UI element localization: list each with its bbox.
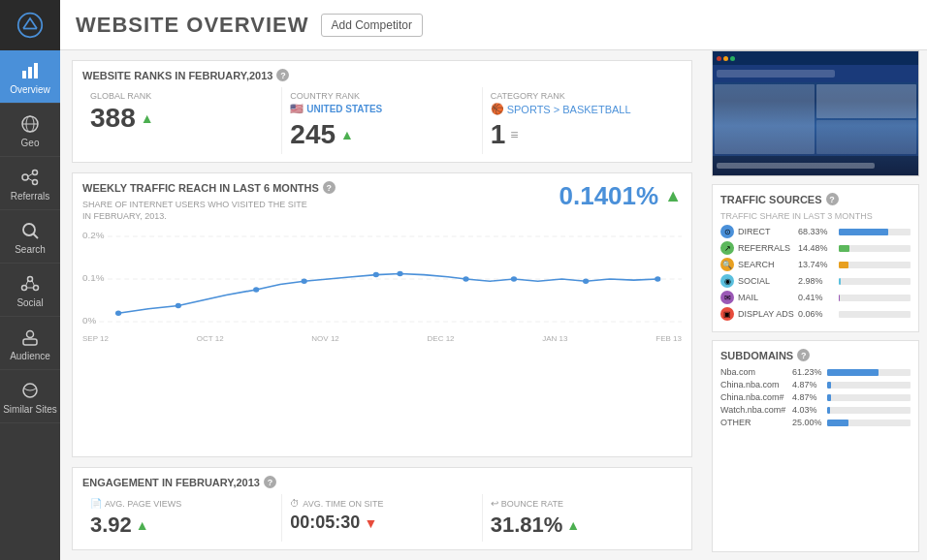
category-rank-value: 1 ≡	[491, 119, 674, 150]
global-rank-value: 388 ▲	[90, 103, 273, 134]
svg-line-11	[28, 173, 33, 176]
global-rank-trend: ▲	[141, 110, 154, 126]
china-bar	[827, 382, 831, 389]
search-icon	[19, 220, 41, 241]
globe-icon	[19, 113, 41, 135]
ranks-grid: GLOBAL RANK 388 ▲ COUNTRY RANK 🇺🇸 UNITED…	[82, 87, 682, 154]
country-rank-trend: ▲	[340, 127, 354, 142]
screenshot-grid	[713, 82, 918, 156]
page-title: WEBSITE OVERVIEW	[76, 13, 309, 38]
screenshot-top-bar	[713, 51, 918, 65]
source-search: 🔍 SEARCH 13.74%	[720, 258, 911, 271]
traffic-left: WEEKLY TRAFFIC REACH IN LAST 6 MONTHS ? …	[82, 181, 336, 222]
source-mail: ✉ MAIL 0.41%	[720, 291, 911, 304]
traffic-subtitle: SHARE OF INTERNET USERS WHO VISITED THE …	[82, 200, 315, 222]
social-bar-bg	[839, 278, 911, 285]
svg-rect-2	[22, 71, 26, 78]
subdomain-other: OTHER 25.00%	[720, 418, 911, 427]
svg-point-9	[33, 171, 38, 175]
category-rank-item: CATEGORY RANK 🏀 SPORTS > BASKETBALL 1 ≡	[483, 87, 682, 154]
sidebar-item-audience[interactable]: Audience	[0, 317, 60, 370]
screenshot-block-1	[715, 84, 815, 154]
traffic-info-icon[interactable]: ?	[323, 181, 336, 194]
svg-point-31	[253, 288, 259, 294]
svg-point-17	[34, 286, 39, 291]
content-area: WEBSITE RANKS IN FEBRUARY,2013 ? GLOBAL …	[60, 50, 927, 560]
sidebar-item-label: Referrals	[11, 191, 50, 202]
social-bar	[839, 278, 841, 285]
dot-red	[717, 56, 721, 61]
sidebar-item-similar[interactable]: Similar Sites	[0, 370, 60, 423]
svg-rect-21	[23, 339, 37, 345]
display-bar-bg	[839, 311, 911, 318]
svg-rect-3	[28, 67, 32, 78]
svg-line-12	[28, 178, 33, 181]
sidebar-logo	[0, 0, 60, 50]
page-header: WEBSITE OVERVIEW Add Competitor	[60, 0, 927, 50]
clock-icon: ⏱	[290, 498, 300, 509]
left-panel: WEBSITE RANKS IN FEBRUARY,2013 ? GLOBAL …	[60, 50, 704, 560]
bounce-icon: ↩	[491, 498, 498, 509]
avg-time-label: ⏱ AVG. TIME ON SITE	[290, 498, 473, 509]
sidebar-item-referrals[interactable]: Referrals	[0, 157, 60, 210]
global-rank-label: GLOBAL RANK	[90, 91, 273, 101]
country-rank-label: COUNTRY RANK	[290, 91, 473, 101]
sidebar-item-label: Geo	[21, 138, 40, 148]
category-rank-trend: ≡	[510, 127, 518, 142]
social-icon	[19, 273, 41, 295]
audience-icon	[19, 327, 41, 348]
site-screenshot	[712, 50, 919, 176]
page-views-trend: ▲	[136, 517, 149, 533]
sidebar-item-overview[interactable]: Overview	[0, 50, 60, 104]
add-competitor-button[interactable]: Add Competitor	[321, 14, 423, 37]
screenshot-block-2	[816, 84, 916, 118]
avg-page-views-value: 3.92 ▲	[90, 513, 273, 538]
svg-point-10	[33, 180, 38, 185]
subdomains-section: SUBDOMAINS ? Nba.com 61.23% China.nba.co…	[712, 340, 919, 552]
screenshot-footer	[713, 156, 918, 175]
svg-line-18	[26, 281, 29, 287]
us-flag-icon: 🇺🇸	[290, 103, 304, 115]
social-source-icon: ◉	[720, 274, 734, 288]
display-source-icon: ▣	[720, 307, 734, 321]
engagement-info-icon[interactable]: ?	[264, 476, 276, 488]
subdomains-info-icon[interactable]: ?	[797, 349, 810, 361]
sidebar-item-search[interactable]: Search	[0, 210, 60, 264]
watch-bar-bg	[827, 407, 911, 414]
engagement-section: ENGAGEMENT IN FEBRUARY,2013 ? 📄 AVG. PAG…	[72, 467, 692, 550]
screenshot-footer-bar	[717, 163, 875, 169]
sidebar-item-label: Search	[15, 244, 46, 255]
chart-labels: SEP 12 OCT 12 NOV 12 DEC 12 JAN 13 FEB 1…	[82, 334, 682, 343]
chart-icon	[19, 60, 41, 81]
sidebar-item-geo[interactable]: Geo	[0, 104, 60, 157]
sources-info-icon[interactable]: ?	[826, 193, 839, 205]
ranks-info-icon[interactable]: ?	[276, 69, 289, 81]
ranks-title: WEBSITE RANKS IN FEBRUARY,2013 ?	[82, 69, 682, 81]
svg-point-30	[176, 303, 181, 309]
svg-point-34	[397, 271, 402, 277]
traffic-sources-title: TRAFFIC SOURCES ?	[720, 193, 911, 205]
screenshot-content	[713, 51, 918, 175]
source-social: ◉ SOCIAL 2.98%	[720, 274, 911, 288]
similar-icon	[19, 380, 41, 401]
search-bar	[839, 262, 848, 268]
right-panel: TRAFFIC SOURCES ? TRAFFIC SHARE IN LAST …	[704, 50, 927, 560]
subdomain-nba: Nba.com 61.23%	[720, 367, 911, 377]
bounce-rate-label: ↩ BOUNCE RATE	[491, 498, 674, 509]
sidebar-item-label: Similar Sites	[3, 404, 57, 415]
sidebar-item-social[interactable]: Social	[0, 264, 60, 317]
mail-bar-bg	[839, 295, 911, 301]
direct-bar-bg	[839, 229, 911, 235]
search-bar-bg	[839, 262, 911, 268]
direct-bar	[839, 229, 888, 235]
watch-bar	[827, 407, 830, 414]
svg-point-35	[463, 277, 468, 283]
screenshot-nav	[713, 65, 918, 82]
referrals-bar-bg	[839, 245, 911, 252]
sidebar-item-label: Audience	[10, 351, 50, 361]
subdomains-title: SUBDOMAINS ?	[720, 349, 911, 361]
source-display: ▣ DISPLAY ADS 0.06%	[720, 307, 911, 321]
china-bar-bg	[827, 382, 911, 389]
china2-bar	[827, 394, 831, 401]
traffic-header: WEEKLY TRAFFIC REACH IN LAST 6 MONTHS ? …	[82, 181, 682, 222]
